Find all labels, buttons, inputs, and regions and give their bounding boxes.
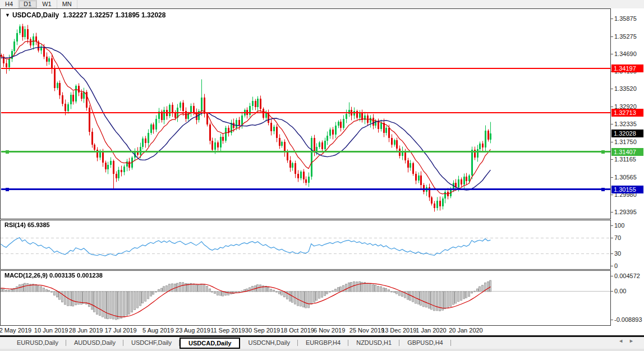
date-axis-label: 10 Jun 2019: [34, 327, 68, 334]
line-handle[interactable]: [6, 150, 9, 154]
date-axis-label: 11 Sep 2019: [210, 327, 245, 334]
rsi-indicator-label: RSI(14) 65.9385: [4, 221, 50, 228]
timeframe-toolbar: H4D1W1MN: [0, 0, 644, 9]
tab-scroll-nav: ◄►: [618, 338, 640, 344]
price-axis-label: 1.31165: [614, 156, 636, 163]
macd-indicator-label: MACD(12,26,9) 0.003135 0.001238: [4, 272, 103, 279]
date-axis-label: 22 May 2019: [0, 327, 31, 334]
price-badge-level: 1.31407: [611, 148, 643, 156]
price-axis-label: 1.29395: [614, 209, 637, 215]
symbol-tab-eurgbp[interactable]: EURGBP,H4: [298, 338, 348, 348]
symbol-tab-gbpusd[interactable]: GBPUSD,H4: [399, 338, 451, 348]
date-axis-label: 6 Nov 2019: [314, 327, 345, 334]
axis-tick-mark: [611, 177, 613, 178]
price-axis-label: 1.32335: [614, 121, 637, 127]
tabs-scroll-right-icon[interactable]: ►: [629, 338, 640, 344]
date-axis-label: 18 Oct 2019: [280, 327, 314, 334]
axis-tick-mark: [611, 276, 613, 276]
price-axis-label: 1.30565: [614, 174, 637, 181]
price-axis-label: 1.35275: [614, 33, 637, 40]
axis-tick-mark: [611, 238, 613, 238]
window-bottom-edge: [0, 349, 644, 351]
axis-tick-mark: [611, 159, 613, 160]
price-axis-label: 1.35875: [614, 15, 637, 22]
price-badge-level: 1.32713: [611, 109, 643, 117]
line-handle[interactable]: [601, 188, 605, 191]
axis-tick-mark: [611, 124, 613, 124]
symbol-tab-bar: EURUSD,DailyAUDUSD,DailyUSDCHF,DailyUSDC…: [0, 337, 644, 349]
macd-canvas[interactable]: [1, 271, 610, 325]
rsi-axis-label: 0: [614, 262, 618, 269]
date-axis-label: 5 Aug 2019: [142, 327, 174, 334]
price-badge-current: 1.32028: [611, 130, 643, 137]
price-axis-label: 1.33520: [614, 85, 637, 92]
horizontal-level-line-1.34197[interactable]: [1, 68, 610, 69]
horizontal-level-line-1.30155[interactable]: [1, 188, 610, 190]
date-axis-label: 28 Jun 2019: [69, 327, 103, 334]
date-axis-label: 20 Jan 2020: [449, 327, 483, 334]
main-chart-canvas[interactable]: [1, 9, 610, 219]
chart-dropdown-icon[interactable]: ▼: [5, 12, 10, 18]
symbol-tab-eurusd[interactable]: EURUSD,Daily: [9, 338, 66, 348]
macd-axis-label: 0.004572: [614, 273, 640, 279]
macd-axis-label: 0.00: [614, 288, 626, 294]
price-badge-level: 1.30155: [611, 186, 643, 193]
date-axis-label: 17 Jul 2019: [105, 327, 137, 334]
symbol-tab-usdcnh[interactable]: USDCNH,Daily: [240, 338, 298, 348]
symbol-tab-nzdusd[interactable]: NZDUSD,H1: [348, 338, 399, 348]
rsi-axis-label: 100: [614, 222, 624, 229]
chart-ohlc-values: 1.32227 1.32257 1.31895 1.32028: [63, 11, 166, 19]
chart-title: ▼USDCAD,Daily 1.32227 1.32257 1.31895 1.…: [5, 11, 165, 19]
axis-tick-mark: [611, 107, 613, 107]
date-axis-label: 30 Sep 2019: [245, 327, 280, 334]
tabs-scroll-left-icon[interactable]: ◄: [618, 338, 629, 344]
rsi-axis-label: 70: [614, 234, 621, 241]
date-axis-label: 1 Jan 2020: [416, 327, 446, 334]
date-axis-label: 13 Dec 2019: [381, 327, 416, 334]
axis-tick-mark: [611, 225, 613, 226]
timeframe-button-mn[interactable]: MN: [57, 0, 77, 8]
price-axis: 1.358751.352751.346901.341051.335201.329…: [611, 8, 644, 335]
axis-tick-mark: [611, 142, 613, 142]
axis-tick-mark: [611, 266, 613, 266]
symbol-tab-audusd[interactable]: AUDUSD,Daily: [66, 338, 123, 348]
price-badge-level: 1.34197: [611, 64, 643, 72]
axis-tick-mark: [611, 212, 613, 213]
symbol-tab-usdcad[interactable]: USDCAD,Daily: [180, 338, 240, 349]
symbol-tab-usdchf[interactable]: USDCHF,Daily: [123, 338, 180, 348]
axis-tick-mark: [611, 320, 613, 320]
date-axis: 22 May 201910 Jun 201928 Jun 201917 Jul …: [0, 326, 611, 335]
price-axis-label: 1.34690: [614, 50, 637, 57]
axis-tick-mark: [611, 19, 613, 19]
horizontal-level-line-1.32713[interactable]: [1, 112, 610, 113]
price-axis-label: 1.31750: [614, 138, 637, 145]
timeframe-button-w1[interactable]: W1: [37, 0, 57, 8]
axis-tick-mark: [611, 253, 613, 254]
rsi-panel: [0, 220, 611, 270]
axis-tick-mark: [611, 36, 613, 37]
line-handle[interactable]: [6, 188, 9, 191]
rsi-canvas[interactable]: [1, 220, 610, 269]
axis-tick-mark: [611, 291, 613, 292]
line-handle[interactable]: [601, 150, 605, 154]
main-chart-panel: [0, 8, 611, 219]
axis-tick-mark: [611, 54, 613, 54]
horizontal-level-line-1.31407[interactable]: [1, 151, 610, 153]
rsi-axis-label: 30: [614, 250, 621, 257]
axis-tick-mark: [611, 89, 613, 89]
timeframe-button-h4[interactable]: H4: [0, 0, 19, 8]
date-axis-label: 23 Aug 2019: [176, 327, 210, 334]
axis-tick-mark: [611, 195, 613, 195]
macd-axis-label: -0.008893: [614, 316, 642, 323]
chart-symbol-label: USDCAD,Daily: [12, 11, 59, 19]
timeframe-button-d1[interactable]: D1: [19, 0, 37, 8]
date-axis-label: 25 Nov 2019: [349, 327, 384, 334]
